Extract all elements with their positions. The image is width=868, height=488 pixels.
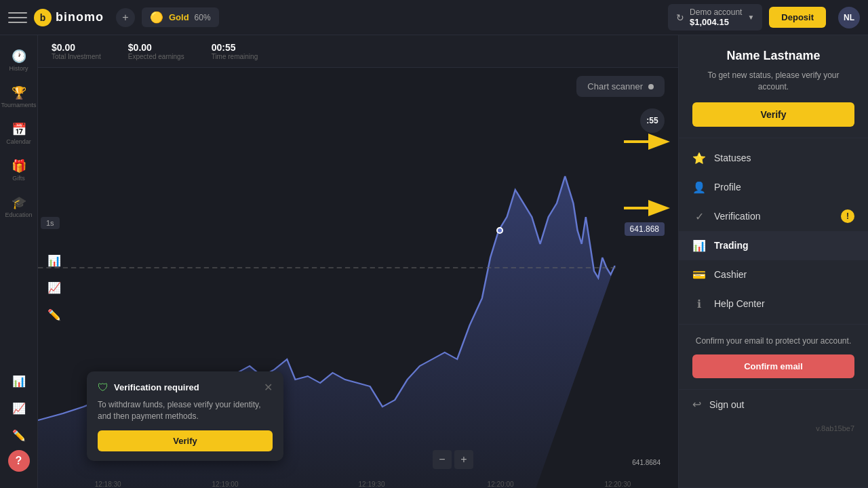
calendar-icon: 📅 [12,122,26,137]
logo: b binomo [34,9,104,26]
cashier-label: Cashier [714,269,747,280]
signout-icon: ↩ [692,398,701,411]
profile-header: Name Lastname To get new status, please … [679,35,868,138]
scanner-dot-icon [648,84,654,89]
price-axis-value: 641.8684 [616,459,663,466]
time-tick-4: 12:20:30 [604,481,631,488]
deposit-button[interactable]: Deposit [769,7,826,28]
help-center-label: Help Center [714,298,765,309]
menu-item-cashier[interactable]: 💳 Cashier [679,260,868,289]
sidebar-education-label: Education [5,211,32,218]
sidebar-history-label: History [9,65,28,72]
verification-icon: ✓ [692,210,706,223]
indicators-icon[interactable]: 📈 [7,396,31,420]
help-center-icon: ℹ [692,298,706,310]
time-remaining-stat: 00:55 Time remaining [212,42,258,60]
time-tick-2: 12:19:30 [359,481,385,488]
sign-out-button[interactable]: ↩ Sign out [679,389,868,419]
investment-label: Total Investment [52,53,101,60]
toast-header: 🛡 Verification required ✕ [98,381,273,394]
email-prompt-text: Confirm your email to protect your accou… [692,336,854,347]
zoom-in-button[interactable]: + [454,450,473,469]
crosshair-dot [496,227,503,234]
demo-account-info[interactable]: ↻ Demo account $1,004.15 ▼ [668,4,762,30]
draw-icon[interactable]: ✏️ [7,423,31,447]
refresh-icon: ↻ [676,12,684,23]
shield-icon: 🛡 [98,382,108,394]
toast-close-button[interactable]: ✕ [264,381,273,394]
sidebar-item-gifts[interactable]: 🎁 Gifts [0,153,37,187]
chart-scanner-button[interactable]: Chart scanner [576,76,665,97]
chevron-down-icon: ▼ [747,14,754,21]
timeframe-badge[interactable]: 1s [41,217,60,229]
chart-scanner-label: Chart scanner [587,81,643,92]
statuses-label: Statuses [714,152,751,163]
sidebar-gifts-label: Gifts [12,175,25,182]
menu-item-statuses[interactable]: ⭐ Statuses [679,144,868,173]
profile-menu: ⭐ Statuses 👤 Profile ✓ Verification ! 📊 … [679,138,868,324]
verification-badge: ! [841,209,854,223]
price-label: 641.868 [625,222,665,236]
pencil-tool[interactable]: ✏️ [43,304,65,325]
add-instrument-button[interactable]: + [116,8,135,27]
earnings-value: $0.00 [128,42,184,53]
navbar: b binomo + 🟡 Gold 60% ↻ Demo account $1,… [0,0,868,35]
timer-badge: :55 [640,108,665,133]
left-sidebar: 🕐 History 🏆 Tournaments 📅 Calendar 🎁 Gif… [0,35,38,488]
cashier-icon: 💳 [692,268,706,281]
help-button[interactable]: ? [8,450,30,472]
time-tick-0: 12:18:30 [95,481,121,488]
verification-label: Verification [714,211,760,222]
sidebar-bottom: 📊 📈 ✏️ ? [7,369,31,480]
account-type-selector[interactable]: 🟡 Gold 60% [142,7,219,27]
profile-dropdown: Name Lastname To get new status, please … [678,35,868,488]
hamburger-button[interactable] [8,8,27,27]
demo-amount: $1,004.15 [690,17,742,27]
menu-item-trading[interactable]: 📊 Trading [679,231,868,260]
email-section: Confirm your email to protect your accou… [679,324,868,390]
sidebar-calendar-label: Calendar [6,138,31,145]
sidebar-item-education[interactable]: 🎓 Education [0,190,37,224]
sidebar-item-history[interactable]: 🕐 History [0,43,37,77]
profile-verify-button[interactable]: Verify [692,102,854,127]
arrow-up-indicator [624,132,671,154]
verification-toast: 🛡 Verification required ✕ To withdraw fu… [87,371,283,461]
education-icon: 🎓 [12,195,26,210]
time-tick-1: 12:19:00 [212,481,239,488]
demo-label: Demo account [690,7,742,17]
indicator-tool[interactable]: 📊 [43,249,65,271]
profile-icon: 👤 [692,181,706,194]
gold-icon: 🟡 [150,11,163,24]
toast-verify-button[interactable]: Verify [98,430,273,451]
gifts-icon: 🎁 [12,159,26,174]
time-value: 00:55 [212,42,258,53]
total-investment-stat: $0.00 Total Investment [52,42,101,60]
profile-verify-text: To get new status, please verify your ac… [692,70,854,93]
zoom-out-button[interactable]: − [433,450,452,469]
avatar[interactable]: NL [838,7,860,28]
investment-value: $0.00 [52,42,101,53]
expected-earnings-stat: $0.00 Expected earnings [128,42,184,60]
toast-description: To withdraw funds, please verify your id… [98,399,273,422]
menu-item-verification[interactable]: ✓ Verification ! [679,202,868,231]
time-axis: 12:18:30 12:19:00 12:19:30 12:20:00 12:2… [79,472,665,488]
confirm-email-button[interactable]: Confirm email [692,354,854,378]
time-tick-3: 12:20:00 [488,481,514,488]
zoom-controls: − + [433,450,473,469]
chart-icon[interactable]: 📊 [7,369,31,393]
sidebar-item-calendar[interactable]: 📅 Calendar [0,117,37,150]
profile-label: Profile [714,182,741,192]
version-label: v.8ab15be7 [679,419,868,438]
sidebar-item-tournaments[interactable]: 🏆 Tournaments [0,80,37,114]
menu-item-profile[interactable]: 👤 Profile [679,173,868,202]
profile-name: Name Lastname [692,49,854,63]
logo-icon: b [34,9,52,26]
earnings-label: Expected earnings [128,53,184,60]
history-icon: 🕐 [12,49,26,64]
statuses-icon: ⭐ [692,152,706,165]
account-pct-label: 60% [195,13,211,22]
draw-tool[interactable]: 📈 [43,277,65,298]
tournaments-icon: 🏆 [12,85,26,100]
arrow-down-indicator [624,199,671,220]
menu-item-help-center[interactable]: ℹ Help Center [679,289,868,319]
